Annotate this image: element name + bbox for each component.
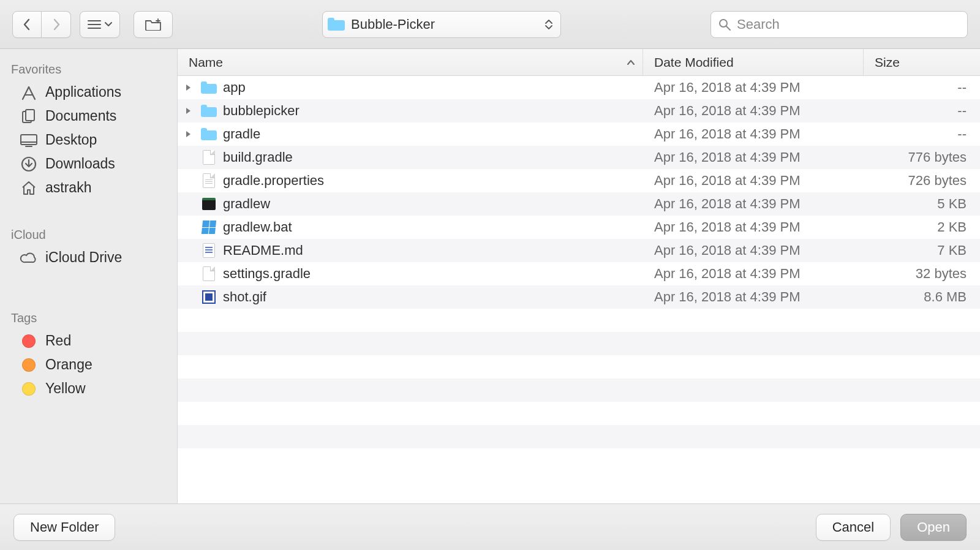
sidebar-item-desktop[interactable]: Desktop <box>0 128 177 152</box>
file-name: README.md <box>223 243 303 258</box>
empty-row <box>178 448 980 472</box>
sidebar-item-applications[interactable]: Applications <box>0 80 177 104</box>
sidebar-item-astrakh[interactable]: astrakh <box>0 176 177 200</box>
file-row[interactable]: settings.gradle Apr 16, 2018 at 4:39 PM … <box>178 262 980 285</box>
sidebar-tag-red[interactable]: Red <box>0 329 177 353</box>
column-header-size[interactable]: Size <box>864 49 980 75</box>
column-headers: Name Date Modified Size <box>178 49 980 76</box>
column-header-date-label: Date Modified <box>654 55 734 70</box>
sidebar-item-label: Orange <box>45 356 92 373</box>
file-name: gradlew.bat <box>223 219 292 235</box>
tag-dot-icon <box>20 333 38 349</box>
sidebar-item-documents[interactable]: Documents <box>0 104 177 128</box>
file-name: bubblepicker <box>223 103 300 119</box>
file-row[interactable]: bubblepicker Apr 16, 2018 at 4:39 PM -- <box>178 99 980 122</box>
nav-back-forward <box>12 11 71 38</box>
file-date: Apr 16, 2018 at 4:39 PM <box>643 289 864 305</box>
open-button-label: Open <box>917 519 950 535</box>
file-name: app <box>223 80 246 96</box>
cancel-button[interactable]: Cancel <box>816 514 891 541</box>
svg-rect-9 <box>21 135 37 145</box>
file-size: 726 bytes <box>864 173 980 189</box>
file-date: Apr 16, 2018 at 4:39 PM <box>643 126 864 142</box>
file-row[interactable]: shot.gif Apr 16, 2018 at 4:39 PM 8.6 MB <box>178 285 980 309</box>
home-icon <box>20 180 38 196</box>
file-icon <box>201 243 217 258</box>
file-date: Apr 16, 2018 at 4:39 PM <box>643 266 864 282</box>
column-header-name[interactable]: Name <box>178 49 643 75</box>
path-stepper-icon <box>543 20 554 29</box>
disclosure-triangle-icon[interactable] <box>181 84 195 91</box>
sidebar-tag-orange[interactable]: Orange <box>0 353 177 377</box>
current-folder-name: Bubble-Picker <box>351 17 435 32</box>
file-row[interactable]: gradle.properties Apr 16, 2018 at 4:39 P… <box>178 169 980 192</box>
empty-row <box>178 355 980 379</box>
sidebar-item-label: Yellow <box>45 380 86 397</box>
file-row[interactable]: gradlew Apr 16, 2018 at 4:39 PM 5 KB <box>178 192 980 216</box>
file-size: -- <box>864 103 980 119</box>
file-row[interactable]: build.gradle Apr 16, 2018 at 4:39 PM 776… <box>178 146 980 169</box>
new-folder-toolbar-button[interactable] <box>134 11 173 38</box>
chevron-right-icon <box>52 18 61 31</box>
search-icon <box>718 18 731 31</box>
sidebar-item-label: Applications <box>45 84 121 100</box>
disclosure-triangle-icon[interactable] <box>181 107 195 115</box>
file-size: 7 KB <box>864 243 980 258</box>
icloud-section-label: iCloud <box>0 223 177 246</box>
open-button[interactable]: Open <box>900 514 967 541</box>
file-row[interactable]: gradlew.bat Apr 16, 2018 at 4:39 PM 2 KB <box>178 216 980 239</box>
file-row[interactable]: README.md Apr 16, 2018 at 4:39 PM 7 KB <box>178 239 980 262</box>
file-date: Apr 16, 2018 at 4:39 PM <box>643 173 864 189</box>
sidebar-item-downloads[interactable]: Downloads <box>0 152 177 176</box>
sidebar-item-label: astrakh <box>45 179 91 196</box>
file-name: build.gradle <box>223 149 293 165</box>
file-size: -- <box>864 80 980 96</box>
sidebar-item-icloud-drive[interactable]: iCloud Drive <box>0 246 177 269</box>
folder-icon <box>201 127 217 141</box>
file-name: gradlew <box>223 196 270 212</box>
file-size: 776 bytes <box>864 149 980 165</box>
svg-line-6 <box>726 26 730 30</box>
empty-row <box>178 332 980 355</box>
svg-point-5 <box>720 20 727 27</box>
file-date: Apr 16, 2018 at 4:39 PM <box>643 103 864 119</box>
forward-button[interactable] <box>42 11 71 38</box>
back-button[interactable] <box>12 11 42 38</box>
column-header-name-label: Name <box>189 55 223 70</box>
downloads-icon <box>20 156 38 172</box>
column-header-date[interactable]: Date Modified <box>643 49 864 75</box>
documents-icon <box>20 108 38 124</box>
file-date: Apr 16, 2018 at 4:39 PM <box>643 80 864 96</box>
empty-row <box>178 379 980 402</box>
file-name: settings.gradle <box>223 266 311 282</box>
list-view-icon <box>88 20 101 29</box>
file-row[interactable]: gradle Apr 16, 2018 at 4:39 PM -- <box>178 122 980 146</box>
view-mode-button[interactable] <box>80 11 120 38</box>
disclosure-triangle-icon[interactable] <box>181 130 195 138</box>
tag-dot-icon <box>20 357 38 373</box>
file-icon <box>201 290 217 304</box>
file-size: 32 bytes <box>864 266 980 282</box>
sidebar: Favorites ApplicationsDocumentsDesktopDo… <box>0 49 178 503</box>
folder-icon <box>201 80 217 95</box>
main-area: Favorites ApplicationsDocumentsDesktopDo… <box>0 49 980 503</box>
search-placeholder: Search <box>737 17 780 32</box>
file-browser: Name Date Modified Size app Apr 16, 2018… <box>178 49 980 503</box>
favorites-section-label: Favorites <box>0 58 177 80</box>
search-field[interactable]: Search <box>710 11 968 38</box>
empty-row <box>178 402 980 425</box>
file-date: Apr 16, 2018 at 4:39 PM <box>643 149 864 165</box>
file-date: Apr 16, 2018 at 4:39 PM <box>643 219 864 235</box>
path-popup[interactable]: Bubble-Picker <box>322 11 561 38</box>
file-size: 2 KB <box>864 219 980 235</box>
new-folder-icon <box>145 18 161 31</box>
sidebar-tag-yellow[interactable]: Yellow <box>0 377 177 401</box>
new-folder-button[interactable]: New Folder <box>13 514 115 541</box>
file-row[interactable]: app Apr 16, 2018 at 4:39 PM -- <box>178 76 980 99</box>
file-date: Apr 16, 2018 at 4:39 PM <box>643 243 864 258</box>
file-icon <box>201 197 217 211</box>
file-name: gradle.properties <box>223 173 324 189</box>
file-size: 5 KB <box>864 196 980 212</box>
file-name: shot.gif <box>223 289 266 305</box>
sidebar-item-label: Red <box>45 333 71 349</box>
